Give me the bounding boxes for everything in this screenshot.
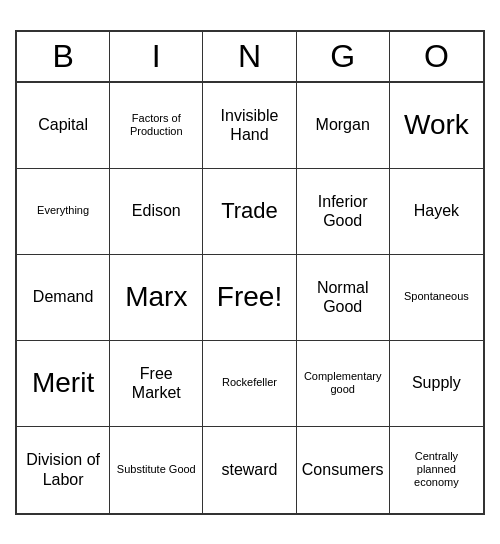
bingo-cell-8: Inferior Good [297,169,390,255]
bingo-cell-23: Consumers [297,427,390,513]
bingo-cell-19: Supply [390,341,483,427]
bingo-cell-17: Rockefeller [203,341,296,427]
bingo-cell-18: Complementary good [297,341,390,427]
bingo-cell-3: Morgan [297,83,390,169]
bingo-cell-16: Free Market [110,341,203,427]
header-letter-N: N [203,32,296,81]
bingo-cell-1: Factors of Production [110,83,203,169]
header-letter-O: O [390,32,483,81]
bingo-cell-4: Work [390,83,483,169]
header-letter-B: B [17,32,110,81]
header-letter-I: I [110,32,203,81]
bingo-cell-24: Centrally planned economy [390,427,483,513]
bingo-grid: CapitalFactors of ProductionInvisible Ha… [17,83,483,513]
bingo-cell-5: Everything [17,169,110,255]
bingo-cell-2: Invisible Hand [203,83,296,169]
bingo-cell-21: Substitute Good [110,427,203,513]
bingo-cell-22: steward [203,427,296,513]
bingo-header: BINGO [17,32,483,83]
bingo-cell-9: Hayek [390,169,483,255]
bingo-cell-20: Division of Labor [17,427,110,513]
bingo-cell-15: Merit [17,341,110,427]
bingo-cell-14: Spontaneous [390,255,483,341]
bingo-cell-13: Normal Good [297,255,390,341]
bingo-cell-0: Capital [17,83,110,169]
bingo-cell-7: Trade [203,169,296,255]
bingo-card: BINGO CapitalFactors of ProductionInvisi… [15,30,485,515]
bingo-cell-12: Free! [203,255,296,341]
bingo-cell-6: Edison [110,169,203,255]
bingo-cell-11: Marx [110,255,203,341]
bingo-cell-10: Demand [17,255,110,341]
header-letter-G: G [297,32,390,81]
